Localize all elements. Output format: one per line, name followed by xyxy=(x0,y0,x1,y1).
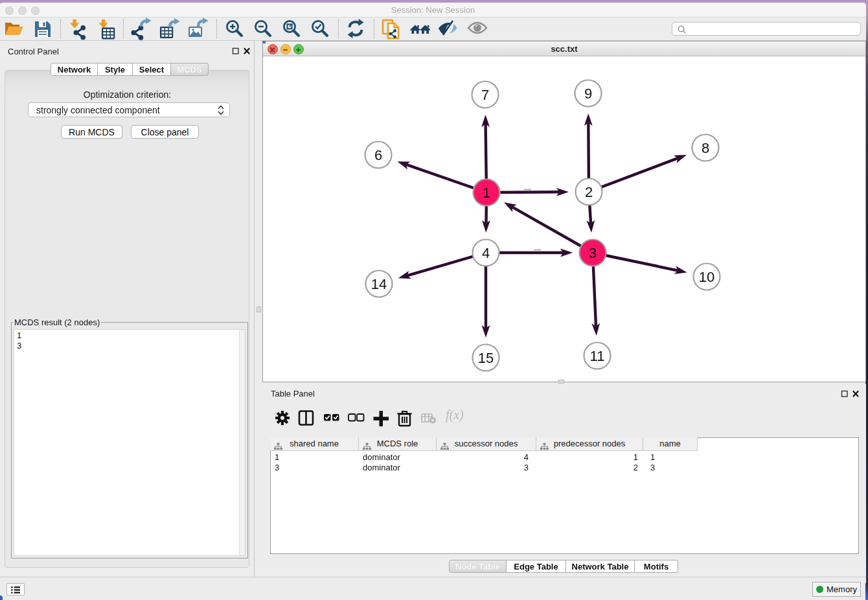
svg-text:8: 8 xyxy=(702,140,709,156)
svg-text:9: 9 xyxy=(584,86,592,102)
svg-text:6: 6 xyxy=(374,147,382,163)
svg-text:3: 3 xyxy=(589,245,597,261)
svg-text:10: 10 xyxy=(699,269,714,285)
svg-text:15: 15 xyxy=(478,350,494,366)
svg-text:2: 2 xyxy=(585,184,593,200)
svg-text:1: 1 xyxy=(483,185,490,201)
svg-text:4: 4 xyxy=(482,245,490,261)
svg-text:14: 14 xyxy=(371,276,387,292)
svg-text:11: 11 xyxy=(590,348,605,364)
svg-text:7: 7 xyxy=(481,87,489,103)
